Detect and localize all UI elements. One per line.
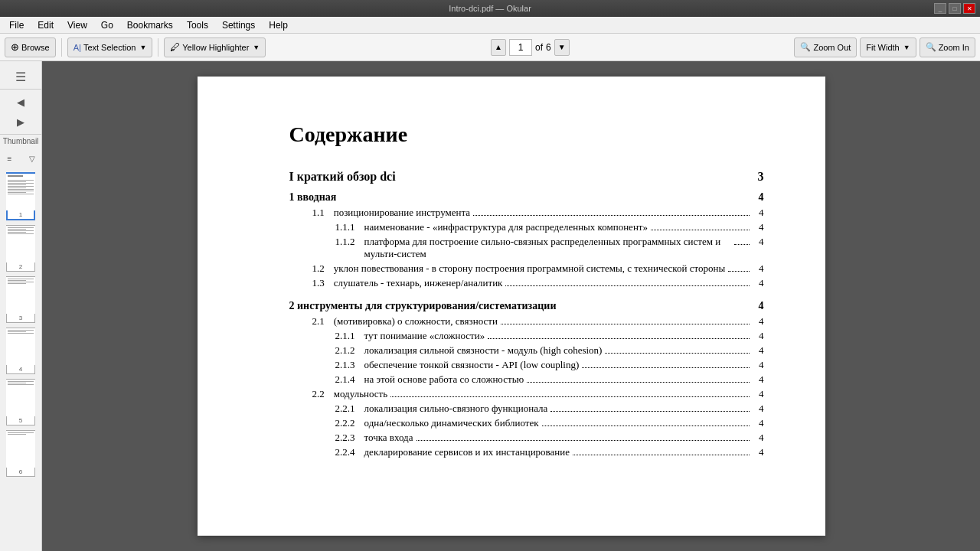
entry-1-1-2-page: 4 [753,236,764,260]
entry-2-2-2-page: 4 [753,417,764,429]
maximize-button[interactable]: □ [949,3,961,14]
menu-edit[interactable]: Edit [31,18,60,32]
title-bar-text: Intro-dci.pdf — Okular [449,4,531,13]
toc-entry-1-1: 1.1 позиционирование инструмента 4 [289,207,764,219]
toc-entry-2-1: 2.1 (мотивировка) о сложности, связности… [289,315,764,328]
highlighter-dropdown-icon[interactable]: ▼ [253,44,260,51]
entry-2-2-4-page: 4 [753,446,764,458]
entry-2-1-4-num: 2.1.4 [335,373,355,386]
toc-part-I: I краткий обзор dci 3 [289,170,764,184]
sidebar-toggle-button[interactable]: ☰ [11,67,31,86]
entry-1-3-page: 4 [753,277,764,289]
entry-1-3-num: 1.3 [312,277,325,289]
fit-width-label: Fit Width [866,43,899,52]
entry-2-2-4-dots [573,455,749,455]
thumbnail-2[interactable]: 2 [6,225,35,272]
entry-2-1-2-num: 2.1.2 [335,344,355,357]
thumbnail-1[interactable]: 1 [6,172,35,220]
chapter-1-label: 1 вводная [289,191,337,204]
zoom-out-label: Zoom Out [813,43,851,52]
entry-1-2-page: 4 [753,262,764,275]
thumbnail-tab-label[interactable]: Thumbnail [0,135,42,148]
pdf-area[interactable]: Содержание I краткий обзор dci 3 1 вводн… [42,61,980,551]
fit-width-button[interactable]: Fit Width ▼ [860,37,916,57]
menu-bookmarks[interactable]: Bookmarks [121,18,179,32]
thumbnail-5[interactable]: 5 [6,379,35,425]
chapter-2-label: 2 инструменты для структурирования/систе… [289,300,557,312]
menu-help[interactable]: Help [263,18,294,32]
fit-width-dropdown-icon[interactable]: ▼ [903,44,910,51]
prev-page-button[interactable]: ▲ [491,39,506,56]
entry-2-2-3-dots [416,440,750,441]
zoom-in-button[interactable]: 🔍 Zoom In [920,37,975,57]
thumbnail-num-6: 6 [19,468,22,476]
menu-file[interactable]: File [3,18,30,32]
entry-2-1-1-page: 4 [753,330,764,342]
menu-view[interactable]: View [61,18,93,32]
entry-2-2-1-num: 2.2.1 [335,403,355,415]
entry-2-1-3-text: обеспечение тонкой связности - API (low … [364,359,580,371]
entry-2-2-2-num: 2.2.2 [335,417,355,429]
highlighter-button[interactable]: 🖊 Yellow Highlighter ▼ [164,37,266,57]
entry-1-1-2-dots [734,244,750,245]
menu-tools[interactable]: Tools [181,18,214,32]
thumbnail-list-icon[interactable]: ≡ [0,149,20,168]
back-button[interactable]: ◀ [11,93,31,111]
toc-entry-2-1-3: 2.1.3 обеспечение тонкой связности - API… [289,359,764,371]
entry-2-1-4-page: 4 [753,373,764,386]
zoom-in-icon: 🔍 [926,42,936,52]
entry-1-1-1-dots [651,230,749,230]
thumbnail-page-1 [6,174,35,210]
text-selection-dropdown-icon[interactable]: ▼ [139,44,146,51]
toc-entry-2-2-3: 2.2.3 точка входа 4 [289,432,764,444]
page-total: 6 [546,42,551,53]
toc-entry-2-2: 2.2 модульность 4 [289,388,764,400]
entry-1-1-text: позиционирование инструмента [334,207,470,219]
menu-go[interactable]: Go [95,18,119,32]
entry-1-1-2-num: 1.1.2 [335,236,355,248]
thumbnail-page-5 [6,380,35,416]
entry-2-2-3-num: 2.2.3 [335,432,355,444]
entry-2-1-4-dots [527,382,749,383]
toc-entry-2-1-4: 2.1.4 на этой основе работа со сложность… [289,373,764,386]
text-selection-button[interactable]: A| Text Selection ▼ [67,37,153,57]
entry-1-2-text: уклон повествования - в сторону построен… [334,262,725,275]
part-I-page: 3 [758,170,764,184]
entry-2-1-3-page: 4 [753,359,764,371]
entry-2-2-3-text: точка входа [364,432,413,444]
zoom-out-icon: 🔍 [800,42,811,52]
entry-2-2-dots [390,396,749,397]
thumbnail-6[interactable]: 6 [6,430,35,477]
entry-1-2-num: 1.2 [312,262,325,275]
entry-2-2-1-text: локализация сильно-связного функционала [364,403,548,415]
main-area: ☰ ◀ ▶ Thumbnail ≡ ▽ [0,61,980,551]
entry-2-2-text: модульность [334,388,387,400]
close-button[interactable]: ✕ [963,3,975,14]
minimize-button[interactable]: _ [934,3,946,14]
entry-2-1-1-num: 2.1.1 [335,330,355,342]
highlighter-label: Yellow Highlighter [182,43,249,52]
menu-settings[interactable]: Settings [216,18,261,32]
entry-2-2-4-num: 2.2.4 [335,446,355,458]
toc-entry-1-1-2: 1.1.2 платформа для построение сильно-св… [289,236,764,260]
entry-2-1-page: 4 [753,315,764,328]
sidebar-nav-icons: ◀ ▶ [0,90,41,135]
toc-entry-2-2-4: 2.2.4 декларирование сервисов и их инста… [289,446,764,458]
next-page-button[interactable]: ▼ [554,39,570,56]
entry-2-1-2-page: 4 [753,344,764,357]
entry-2-2-2-dots [542,425,750,426]
browse-button[interactable]: ⊕ Browse [5,37,56,57]
entry-2-1-2-dots [605,353,749,354]
thumbnail-4[interactable]: 4 [6,328,35,374]
browse-label: Browse [21,43,50,52]
thumbnail-area: 1 2 [3,169,38,551]
zoom-out-button[interactable]: 🔍 Zoom Out [794,37,857,57]
entry-2-1-3-dots [582,367,749,368]
entry-2-1-text: (мотивировка) о сложности, связности [334,315,498,328]
entry-2-1-1-text: тут понимание «сложности» [364,330,485,342]
entry-2-1-dots [501,324,750,324]
page-input[interactable] [509,39,532,56]
thumbnail-filter-icon[interactable]: ▽ [22,149,42,168]
forward-button[interactable]: ▶ [11,112,31,131]
thumbnail-3[interactable]: 3 [6,276,35,323]
